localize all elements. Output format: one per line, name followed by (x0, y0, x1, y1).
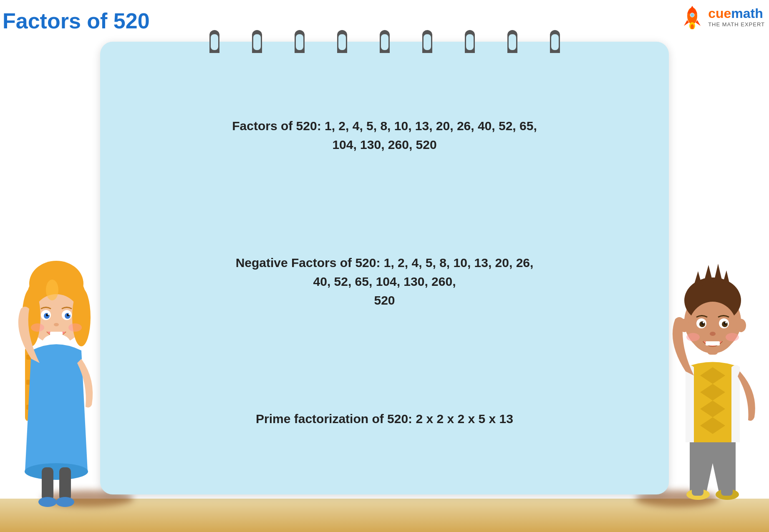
neg-factors-line1: Negative Factors of 520: 1, 2, 4, 5, 8, … (134, 253, 635, 272)
svg-rect-66 (721, 480, 733, 496)
svg-point-28 (48, 313, 49, 315)
prime-line: Prime factorization of 520: 2 x 2 x 2 x … (134, 409, 635, 428)
svg-point-60 (726, 333, 739, 341)
page-title: Factors of 520 (3, 8, 150, 33)
spiral-2 (250, 30, 264, 53)
girl-svg (0, 196, 113, 509)
svg-rect-65 (692, 484, 703, 496)
logo-math-span: math (731, 6, 763, 21)
kid-left (0, 196, 113, 509)
spiral-3 (293, 30, 306, 53)
neg-factors-line3: 520 (134, 291, 635, 310)
svg-point-14 (72, 288, 91, 346)
svg-marker-4 (696, 20, 701, 26)
negative-factors-section: Negative Factors of 520: 1, 2, 4, 5, 8, … (134, 253, 635, 310)
neg-factors-line2: 40, 52, 65, 104, 130, 260, (134, 272, 635, 291)
svg-marker-3 (684, 20, 689, 26)
svg-rect-37 (42, 467, 53, 501)
spirals (100, 30, 669, 53)
svg-marker-1 (687, 6, 697, 13)
spiral-4 (335, 30, 349, 53)
spiral-7 (463, 30, 477, 53)
svg-point-6 (691, 24, 694, 29)
spiral-5 (378, 30, 391, 53)
svg-point-2 (690, 13, 694, 17)
svg-point-39 (38, 497, 57, 507)
svg-rect-58 (706, 341, 720, 345)
factors-line2: 104, 130, 260, 520 (134, 135, 635, 154)
svg-point-36 (25, 463, 88, 480)
svg-rect-38 (59, 467, 71, 501)
factors-line1: Factors of 520: 1, 2, 4, 5, 8, 10, 13, 2… (134, 116, 635, 135)
svg-point-32 (31, 323, 44, 332)
logo-area: cuemath THE MATH EXPERT (680, 4, 765, 29)
prime-factorization-section: Prime factorization of 520: 2 x 2 x 2 x … (134, 409, 635, 428)
svg-point-29 (68, 313, 70, 315)
logo-cue-span: cue (708, 6, 731, 21)
svg-marker-46 (713, 264, 724, 289)
logo-tagline: THE MATH EXPERT (708, 21, 765, 28)
svg-point-33 (68, 323, 82, 332)
svg-point-57 (710, 332, 716, 336)
logo-text: cuemath THE MATH EXPERT (708, 6, 765, 28)
spiral-9 (548, 30, 562, 53)
svg-point-56 (725, 322, 727, 323)
svg-point-34 (46, 280, 58, 300)
spiral-6 (421, 30, 434, 53)
boy-svg (656, 209, 769, 509)
spiral-8 (506, 30, 519, 53)
svg-point-40 (56, 497, 74, 507)
kid-right (656, 209, 769, 509)
svg-point-59 (686, 333, 700, 341)
spiral-1 (208, 30, 221, 53)
notebook-content: Factors of 520: 1, 2, 4, 5, 8, 10, 13, 2… (100, 42, 669, 494)
factors-section: Factors of 520: 1, 2, 4, 5, 8, 10, 13, 2… (134, 116, 635, 154)
svg-point-62 (736, 319, 746, 332)
notebook: Factors of 520: 1, 2, 4, 5, 8, 10, 13, 2… (100, 42, 669, 494)
svg-point-55 (703, 322, 704, 323)
rocket-icon (680, 4, 705, 29)
svg-point-30 (54, 323, 59, 326)
logo-brand: cuemath (708, 6, 765, 21)
